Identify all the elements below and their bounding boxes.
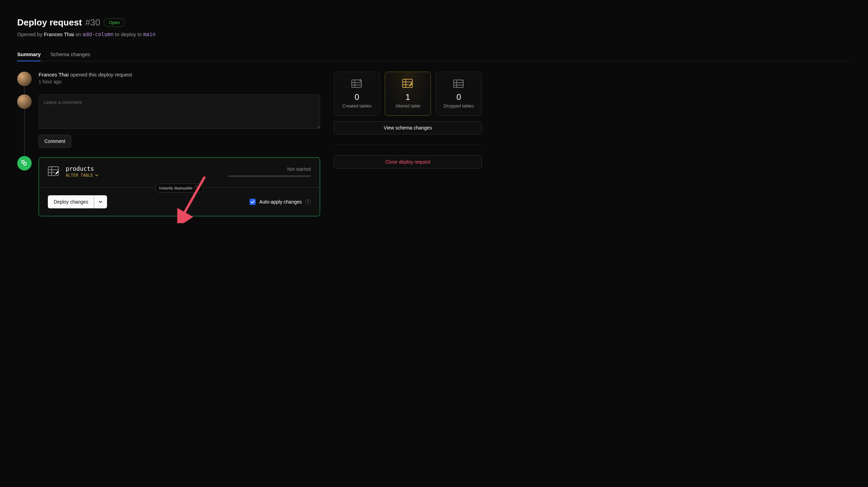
- svg-rect-4: [48, 167, 59, 176]
- operation-label: ALTER TABLE: [66, 173, 93, 178]
- stat-value: 0: [338, 92, 376, 102]
- page-title: Deploy request: [17, 17, 82, 28]
- timeline: Frances Thai opened this deploy request …: [17, 72, 320, 216]
- auto-apply-row: Auto-apply changes ?: [250, 199, 311, 205]
- sidebar: 0 Created tables 1 Altered table: [334, 72, 482, 216]
- stat-label: Dropped tables: [440, 103, 478, 109]
- event-action: opened this deploy request: [70, 72, 132, 77]
- help-icon[interactable]: ?: [305, 199, 311, 205]
- table-info: products ALTER TABLE: [48, 165, 98, 178]
- on-label: on: [75, 31, 81, 37]
- page-header: Deploy request #30 Open Opened by France…: [17, 17, 851, 38]
- opened-by-label: Opened by: [17, 31, 42, 37]
- timeline-deploy-card: products ALTER TABLE Not started: [17, 156, 320, 216]
- tab-summary[interactable]: Summary: [17, 48, 41, 61]
- deploy-changes-button[interactable]: Deploy changes: [48, 195, 94, 208]
- deploy-button-group: Deploy changes: [48, 195, 107, 208]
- comment-button[interactable]: Comment: [39, 135, 71, 148]
- help-icon[interactable]: ?: [194, 185, 200, 191]
- stat-value: 0: [440, 92, 478, 102]
- tab-schema-changes[interactable]: Schema changes: [50, 48, 90, 61]
- chevron-down-icon: [95, 174, 98, 176]
- timeline-comment-form: Comment: [17, 94, 320, 156]
- event-timestamp: 1 hour ago: [39, 79, 320, 84]
- merge-icon: [21, 160, 28, 167]
- status-badge-open: Open: [104, 18, 125, 27]
- author-name[interactable]: Frances Thai: [44, 31, 74, 37]
- subtitle: Opened by Frances Thai on add-column to …: [17, 31, 851, 38]
- check-icon: [251, 200, 255, 204]
- stat-value: 1: [389, 92, 427, 102]
- timeline-event-opened: Frances Thai opened this deploy request …: [17, 72, 320, 94]
- avatar[interactable]: [17, 94, 32, 109]
- stat-altered-tables[interactable]: 1 Altered table: [385, 72, 431, 116]
- svg-rect-8: [352, 80, 361, 87]
- card-divider: Instantly deployable ?: [39, 187, 320, 188]
- request-number: #30: [85, 17, 100, 28]
- view-schema-button[interactable]: View schema changes: [334, 121, 482, 134]
- close-deploy-request-button[interactable]: Close deploy request: [334, 155, 482, 168]
- target-branch[interactable]: main: [143, 31, 156, 38]
- table-name: products: [66, 165, 98, 172]
- avatar[interactable]: [17, 72, 32, 86]
- stats-row: 0 Created tables 1 Altered table: [334, 72, 482, 116]
- auto-apply-checkbox[interactable]: [250, 199, 256, 205]
- stat-dropped-tables[interactable]: 0 Dropped tables: [436, 72, 482, 116]
- tab-bar: Summary Schema changes: [17, 48, 851, 61]
- instantly-deployable-pill: Instantly deployable ?: [155, 184, 203, 193]
- deploy-status-icon: [17, 156, 32, 170]
- chevron-down-icon: [98, 200, 103, 203]
- table-add-icon: [351, 79, 362, 88]
- deploy-dropdown-button[interactable]: [94, 195, 107, 208]
- pill-label: Instantly deployable: [159, 186, 192, 190]
- deploy-to-label: to deploy to: [115, 31, 142, 37]
- event-author[interactable]: Frances Thai: [39, 72, 68, 77]
- svg-rect-3: [24, 163, 26, 165]
- deploy-progress: Not started: [228, 166, 311, 177]
- stat-label: Altered table: [389, 103, 427, 109]
- auto-apply-label: Auto-apply changes: [259, 199, 302, 205]
- timeline-connector: [24, 108, 25, 160]
- main-content: Frances Thai opened this deploy request …: [17, 72, 320, 216]
- stat-label: Created tables: [338, 103, 376, 109]
- table-edit-icon: [402, 79, 413, 88]
- svg-rect-14: [403, 79, 412, 87]
- source-branch[interactable]: add-column: [83, 31, 114, 38]
- deploy-card: products ALTER TABLE Not started: [39, 157, 320, 216]
- sidebar-divider: [334, 145, 482, 145]
- table-remove-icon: [453, 79, 464, 88]
- stat-created-tables[interactable]: 0 Created tables: [334, 72, 380, 116]
- svg-rect-18: [454, 80, 463, 87]
- comment-input[interactable]: [39, 94, 320, 129]
- progress-bar: [228, 175, 311, 177]
- table-edit-icon: [48, 166, 60, 177]
- table-operation[interactable]: ALTER TABLE: [66, 173, 98, 178]
- deploy-status-text: Not started: [228, 166, 311, 172]
